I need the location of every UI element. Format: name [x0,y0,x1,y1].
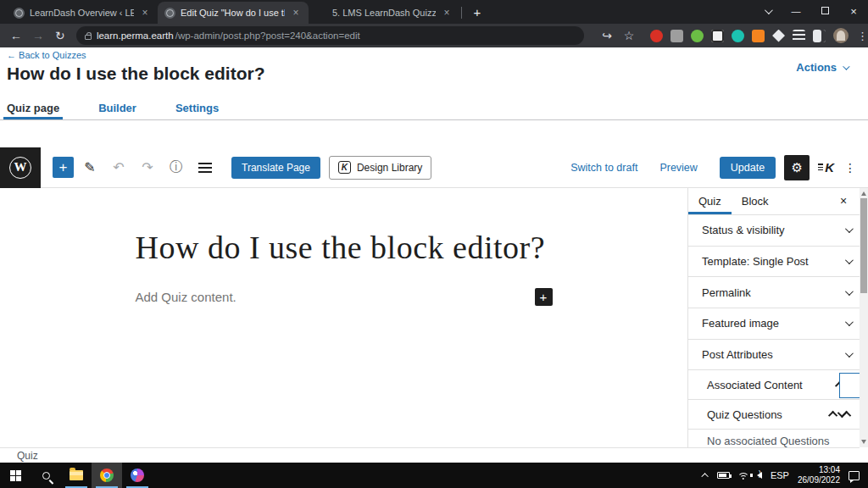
qr-extension-icon[interactable] [711,30,724,42]
bookmark-star-icon[interactable]: ☆ [618,29,640,42]
wordpress-logo[interactable]: W [0,147,41,188]
tab-builder[interactable]: Builder [98,98,136,119]
panel-label: Template: Single Post [702,255,809,268]
lock-icon [85,35,92,40]
move-up-icon[interactable] [828,411,837,420]
browser-tab-strip: LearnDash Overview ‹ LEARN — × Edit Quiz… [0,0,868,24]
volume-icon[interactable] [757,472,762,479]
close-window-button[interactable]: × [839,5,868,18]
update-button[interactable]: Update [720,157,776,179]
panel-template[interactable]: Template: Single Post [688,247,860,278]
block-inserter-button[interactable]: + [53,157,74,178]
back-icon[interactable]: ← [5,29,27,42]
forward-icon[interactable]: → [27,29,49,42]
editor-canvas[interactable]: How do I use the block editor? Add Quiz … [0,188,687,447]
new-tab-button[interactable]: + [467,2,487,22]
quiz-title-field[interactable]: How do I use the block editor? [136,229,553,266]
chrome-button[interactable] [92,463,122,488]
preview-link[interactable]: Preview [659,162,697,174]
back-to-quizzes-link[interactable]: ← Back to Quizzes [7,50,86,60]
browser-tab-3[interactable]: 5. LMS LearnDash Quizzes - Goo × [309,2,459,24]
chevron-down-icon [843,63,849,69]
list-view-icon[interactable] [192,155,218,180]
panel-status-visibility[interactable]: Status & visibility [688,215,860,247]
extension-red-icon[interactable] [650,30,663,42]
translate-page-button[interactable]: Translate Page [231,157,320,179]
tab-settings[interactable]: Settings [175,98,219,119]
system-tray: ESP 13:04 26/09/2022 [704,465,868,486]
tab-search-icon[interactable] [753,6,782,16]
windows-logo-icon [10,470,21,481]
scroll-up-arrow[interactable] [861,191,866,196]
extension-teal-icon[interactable] [732,30,744,42]
settings-gear-icon[interactable]: ⚙ [784,155,810,180]
panel-quiz-questions[interactable]: Quiz Questions [688,400,860,430]
tab-quiz-page[interactable]: Quiz page [7,98,59,119]
tab-title: Edit Quiz "How do I use the bloc [181,8,285,18]
sidebar-extension-icon[interactable] [813,30,826,42]
tab-close-icon[interactable]: × [441,7,453,19]
editor-toolbar: W + ✎ ↶ ↷ ⓘ Translate Page K Design Libr… [0,147,868,188]
sidebar-tab-block[interactable]: Block [732,188,779,214]
time-text: 13:04 [798,465,840,476]
block-appender-button[interactable]: + [535,288,553,306]
restore-button[interactable] [810,6,839,16]
reload-icon[interactable]: ↻ [49,29,71,42]
paint-3d-button[interactable] [122,463,153,488]
wifi-icon[interactable] [738,472,748,480]
window-controls: — × [753,0,868,22]
panel-post-attributes[interactable]: Post Attributes [688,340,860,371]
chrome-icon [100,469,114,482]
page-scrollbar[interactable] [860,188,868,447]
start-button[interactable] [0,463,31,488]
details-info-icon[interactable]: ⓘ [164,155,189,180]
scroll-down-arrow[interactable] [861,440,866,444]
sidebar-tab-quiz[interactable]: Quiz [688,188,732,214]
scrollbar-thumb[interactable] [860,198,867,293]
empty-block-row: Add Quiz content. + [136,288,553,306]
url-path: /wp-admin/post.php?post=240&action=edit [175,30,360,41]
design-library-button[interactable]: K Design Library [329,156,431,180]
edit-tool-icon[interactable]: ✎ [77,155,103,180]
tab-close-icon[interactable]: × [290,7,302,19]
tab-close-icon[interactable]: × [139,7,151,19]
panel-permalink[interactable]: Permalink [688,277,860,308]
browser-tab-2-active[interactable]: Edit Quiz "How do I use the bloc × [158,2,309,24]
battery-icon[interactable] [717,472,730,479]
metamask-fox-icon[interactable] [752,30,765,42]
minimize-button[interactable]: — [782,6,810,16]
taskbar-search-button[interactable] [31,463,61,488]
settings-sidebar: Quiz Block × Status & visibility Templat… [687,188,860,447]
paint-3d-icon [131,469,144,482]
url-host: learn.perma.earth [97,30,174,41]
browser-menu-icon[interactable]: ⋮ [857,30,868,42]
puzzle-extension-icon[interactable] [772,30,785,42]
quiz-content-placeholder[interactable]: Add Quiz content. [136,290,236,304]
language-indicator[interactable]: ESP [771,470,789,480]
tab-title: 5. LMS LearnDash Quizzes - Goo [332,8,436,18]
clock[interactable]: 13:04 26/09/2022 [798,465,840,486]
file-explorer-icon [70,470,83,480]
extension-gray-icon[interactable] [670,30,683,42]
panel-associated-content[interactable]: Associated Content [688,370,860,400]
actions-dropdown[interactable]: Actions [796,61,848,74]
redo-icon[interactable]: ↷ [135,155,160,180]
options-kebab-icon[interactable]: ⋮ [844,161,856,175]
playlist-extension-icon[interactable] [793,30,805,42]
chevron-down-icon [845,287,854,296]
switch-to-draft-link[interactable]: Switch to draft [570,162,637,174]
sidebar-tabs: Quiz Block × [688,188,860,215]
profile-avatar[interactable] [833,28,849,43]
share-icon[interactable]: ↪ [596,29,618,42]
file-explorer-button[interactable] [61,463,92,488]
undo-icon[interactable]: ↶ [106,155,131,180]
close-sidebar-icon[interactable]: × [834,194,853,208]
extension-green-icon[interactable] [691,30,704,42]
chevron-down-icon [845,256,854,264]
address-bar[interactable]: learn.perma.earth/wp-admin/post.php?post… [76,26,584,45]
action-center-icon[interactable] [849,471,860,480]
kadence-blocks-icon[interactable]: K [818,160,834,175]
hidden-icons-chevron[interactable] [701,473,708,480]
panel-featured-image[interactable]: Featured image [688,308,860,340]
browser-tab-1[interactable]: LearnDash Overview ‹ LEARN — × [7,2,158,24]
